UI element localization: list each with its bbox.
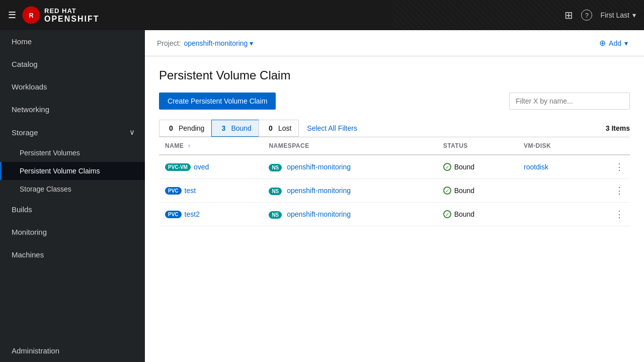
data-table: NAME ↑ NAMESPACE STATUS VM-DISK bbox=[159, 137, 630, 226]
project-name-value: openshift-monitoring bbox=[184, 39, 248, 47]
lost-label: Lost bbox=[278, 124, 291, 132]
cell-actions-0: ⋮ bbox=[591, 155, 630, 179]
sidebar-item-administration[interactable]: Administration bbox=[0, 339, 145, 362]
logo-text: RED HATOPENSHIFT bbox=[44, 7, 100, 24]
col-name: NAME ↑ bbox=[159, 137, 263, 155]
user-chevron-icon: ▾ bbox=[632, 11, 636, 19]
filter-tab-bound[interactable]: 3 Bound bbox=[211, 120, 258, 137]
bound-label: Bound bbox=[231, 124, 251, 132]
col-vmdisk-label: VM-DISK bbox=[524, 142, 551, 149]
sidebar-item-storage[interactable]: Storage ∨ bbox=[0, 121, 145, 144]
add-button[interactable]: ⊕ Add ▾ bbox=[595, 36, 632, 50]
page-title: Persistent Volume Claim bbox=[159, 68, 630, 82]
col-actions bbox=[591, 137, 630, 155]
page-content: Persistent Volume Claim Create Persisten… bbox=[145, 56, 644, 362]
row-actions-icon-1[interactable]: ⋮ bbox=[615, 186, 624, 196]
sidebar-item-home-label: Home bbox=[12, 37, 32, 46]
row-actions-icon-0[interactable]: ⋮ bbox=[615, 162, 624, 172]
status-text-2: Bound bbox=[454, 210, 474, 218]
status-icon-2: ✓ bbox=[443, 210, 451, 218]
col-vmdisk: VM-DISK bbox=[518, 137, 591, 155]
help-icon[interactable]: ? bbox=[581, 10, 592, 21]
svg-text:R: R bbox=[29, 12, 33, 19]
name-link-0[interactable]: oved bbox=[194, 163, 209, 171]
ns-badge-1: NS bbox=[269, 188, 282, 195]
sidebar-item-builds-label: Builds bbox=[12, 205, 32, 214]
project-bar: Project: openshift-monitoring ▾ ⊕ Add ▾ bbox=[145, 30, 644, 56]
sidebar-item-monitoring[interactable]: Monitoring bbox=[0, 221, 145, 243]
cell-name-0: PVC-VM oved bbox=[159, 155, 263, 179]
table-row: PVC-VM oved NS openshift-monitoring ✓ Bo… bbox=[159, 155, 630, 179]
namespace-link-2[interactable]: openshift-monitoring bbox=[287, 210, 351, 218]
sidebar-item-networking[interactable]: Networking bbox=[0, 98, 145, 121]
project-chevron-icon: ▾ bbox=[250, 39, 253, 47]
storage-chevron-icon: ∨ bbox=[129, 128, 135, 137]
sidebar-item-home[interactable]: Home bbox=[0, 30, 145, 53]
header-left: ☰ R RED HATOPENSHIFT bbox=[8, 6, 100, 24]
namespace-link-1[interactable]: openshift-monitoring bbox=[287, 187, 351, 195]
cell-status-0: ✓ Bound bbox=[437, 155, 518, 179]
badge-pvc-2: PVC bbox=[165, 211, 182, 218]
sidebar-item-administration-label: Administration bbox=[12, 346, 59, 355]
sidebar-item-machines-label: Machines bbox=[12, 250, 44, 259]
col-status: STATUS bbox=[437, 137, 518, 155]
sidebar-sub-item-storage-classes[interactable]: Storage Classes bbox=[0, 180, 145, 198]
sidebar-item-catalog[interactable]: Catalog bbox=[0, 53, 145, 75]
create-pvc-button[interactable]: Create Persistent Volume Claim bbox=[159, 93, 276, 110]
storage-classes-label: Storage Classes bbox=[20, 185, 71, 193]
filter-input[interactable] bbox=[509, 93, 630, 110]
cell-actions-1: ⋮ bbox=[591, 179, 630, 203]
sidebar-item-builds[interactable]: Builds bbox=[0, 198, 145, 221]
filter-tab-pending[interactable]: 0 Pending bbox=[159, 120, 211, 137]
row-actions-icon-2[interactable]: ⋮ bbox=[615, 209, 624, 219]
cell-status-2: ✓ Bound bbox=[437, 203, 518, 226]
hamburger-icon[interactable]: ☰ bbox=[8, 10, 16, 21]
filters-label: Filters bbox=[338, 124, 357, 132]
filter-bar: 0 Pending 3 Bound 0 Lost Select All Filt… bbox=[159, 120, 630, 137]
status-text-0: Bound bbox=[454, 163, 474, 171]
table-row: PVC test2 NS openshift-monitoring ✓ Boun… bbox=[159, 203, 630, 226]
cell-actions-2: ⋮ bbox=[591, 203, 630, 226]
table-header-row: NAME ↑ NAMESPACE STATUS VM-DISK bbox=[159, 137, 630, 155]
cell-namespace-0: NS openshift-monitoring bbox=[263, 155, 437, 179]
col-namespace-label: NAMESPACE bbox=[269, 142, 309, 149]
name-link-1[interactable]: test bbox=[185, 187, 196, 195]
col-status-label: STATUS bbox=[443, 142, 468, 149]
sidebar-item-workloads[interactable]: Workloads bbox=[0, 75, 145, 98]
add-chevron-icon: ▾ bbox=[624, 39, 628, 47]
pending-label: Pending bbox=[179, 124, 204, 132]
cell-name-1: PVC test bbox=[159, 179, 263, 203]
sidebar-sub-item-persistent-volumes[interactable]: Persistent Volumes bbox=[0, 144, 145, 162]
user-name: First Last bbox=[600, 11, 629, 19]
vmdisk-link-0[interactable]: rootdisk bbox=[524, 163, 548, 171]
apps-icon[interactable]: ⊞ bbox=[565, 9, 573, 21]
main-content: Project: openshift-monitoring ▾ ⊕ Add ▾ … bbox=[145, 30, 644, 362]
sidebar-sub-item-persistent-volume-claims[interactable]: Persistent Volume Claims bbox=[0, 162, 145, 180]
persistent-volumes-label: Persistent Volumes bbox=[20, 149, 80, 157]
cell-vmdisk-0: rootdisk bbox=[518, 155, 591, 179]
logo-container: R RED HATOPENSHIFT bbox=[22, 6, 100, 24]
sidebar: Home Catalog Workloads Networking Storag… bbox=[0, 30, 145, 362]
layout: Home Catalog Workloads Networking Storag… bbox=[0, 30, 644, 362]
project-label: Project: bbox=[157, 39, 181, 47]
table-row: PVC test NS openshift-monitoring ✓ Bound… bbox=[159, 179, 630, 203]
persistent-volume-claims-label: Persistent Volume Claims bbox=[20, 167, 100, 175]
ns-badge-2: NS bbox=[269, 211, 282, 219]
sidebar-item-storage-label: Storage bbox=[12, 128, 38, 137]
namespace-link-0[interactable]: openshift-monitoring bbox=[287, 163, 351, 171]
sidebar-item-networking-label: Networking bbox=[12, 105, 49, 114]
table-container: NAME ↑ NAMESPACE STATUS VM-DISK bbox=[159, 137, 630, 226]
sidebar-item-machines[interactable]: Machines bbox=[0, 243, 145, 266]
project-name[interactable]: openshift-monitoring ▾ bbox=[184, 39, 253, 47]
cell-vmdisk-1 bbox=[518, 179, 591, 203]
ns-badge-0: NS bbox=[269, 164, 282, 171]
select-all-filters-button[interactable]: Select All Filters bbox=[301, 120, 363, 136]
sidebar-item-monitoring-label: Monitoring bbox=[12, 228, 47, 236]
filter-tab-lost[interactable]: 0 Lost bbox=[259, 120, 299, 137]
bound-count: 3 bbox=[219, 124, 228, 132]
name-link-2[interactable]: test2 bbox=[185, 210, 200, 218]
sort-icon[interactable]: ↑ bbox=[188, 143, 191, 149]
status-icon-1: ✓ bbox=[443, 187, 451, 195]
user-menu[interactable]: First Last ▾ bbox=[600, 11, 636, 19]
col-namespace: NAMESPACE bbox=[263, 137, 437, 155]
